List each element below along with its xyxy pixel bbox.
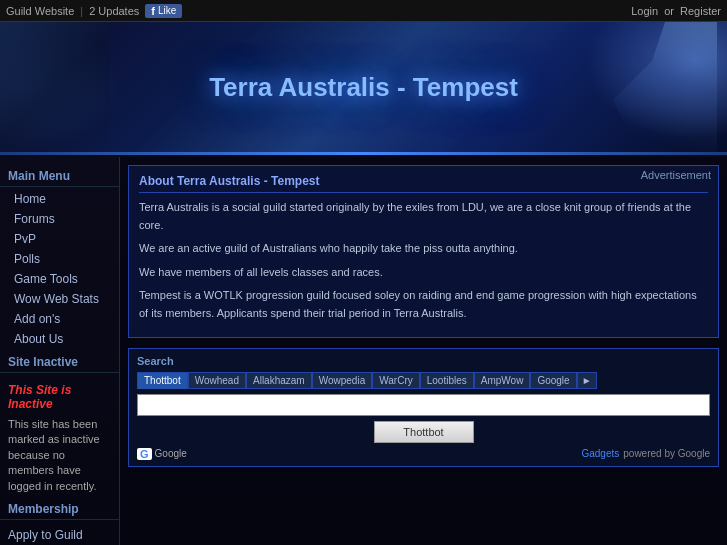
search-section: Search Thottbot Wowhead Allakhazam Wowpe… — [128, 348, 719, 467]
search-tabs-more[interactable]: ► — [577, 372, 597, 389]
guild-website-link[interactable]: Guild Website — [6, 5, 74, 17]
about-paragraph-2: We are an active guild of Australians wh… — [139, 240, 708, 258]
apply-to-guild-link[interactable]: Apply to Guild — [8, 526, 111, 544]
google-icon: G — [137, 448, 152, 460]
search-tab-ampwow[interactable]: AmpWow — [474, 372, 531, 389]
search-button-container: Thottbot — [137, 421, 710, 443]
search-tab-warcry[interactable]: WarCry — [372, 372, 420, 389]
search-footer: G Google Gadgets powered by Google — [137, 448, 710, 460]
top-bar-right: Login or Register — [631, 5, 721, 17]
sidebar-item-pvp[interactable]: PvP — [0, 229, 119, 249]
about-title: About Terra Australis - Tempest — [139, 174, 708, 193]
top-bar-left: Guild Website | 2 Updates f Like — [6, 4, 182, 18]
search-submit-button[interactable]: Thottbot — [374, 421, 474, 443]
header-banner: Terra Australis - Tempest — [0, 22, 727, 152]
search-tab-allakhazam[interactable]: Allakhazam — [246, 372, 312, 389]
gadgets-powered: Gadgets powered by Google — [581, 448, 710, 459]
sidebar-item-about-us[interactable]: About Us — [0, 329, 119, 349]
search-tab-google[interactable]: Google — [530, 372, 576, 389]
search-tabs: Thottbot Wowhead Allakhazam Wowpedia War… — [137, 372, 710, 389]
top-bar: Guild Website | 2 Updates f Like Login o… — [0, 0, 727, 22]
search-tab-lootibles[interactable]: Lootibles — [420, 372, 474, 389]
search-label: Search — [137, 355, 710, 367]
membership-section: Apply to Guild Currently Recruiting ✦ An… — [0, 522, 119, 545]
site-inactive-label: This Site is Inactive — [0, 375, 119, 415]
separator: | — [80, 5, 83, 17]
sidebar: Main Menu Home Forums PvP Polls Game Too… — [0, 157, 120, 545]
main-content: Advertisement About Terra Australis - Te… — [120, 157, 727, 545]
membership-section-label: Membership — [0, 496, 119, 520]
about-paragraph-3: We have members of all levels classes an… — [139, 264, 708, 282]
fb-icon: f — [151, 5, 155, 17]
site-title: Terra Australis - Tempest — [209, 72, 518, 103]
sidebar-item-forums[interactable]: Forums — [0, 209, 119, 229]
search-tab-wowpedia[interactable]: Wowpedia — [312, 372, 373, 389]
search-input-row — [137, 394, 710, 416]
content-wrapper: Advertisement About Terra Australis - Te… — [128, 165, 719, 467]
updates-link[interactable]: 2 Updates — [89, 5, 139, 17]
about-paragraph-1: Terra Australis is a social guild starte… — [139, 199, 708, 234]
main-wrapper: Main Menu Home Forums PvP Polls Game Too… — [0, 157, 727, 545]
site-inactive-description: This site has been marked as inactive be… — [0, 415, 119, 496]
header-character — [0, 22, 110, 152]
about-paragraph-4: Tempest is a WOTLK progression guild foc… — [139, 287, 708, 322]
powered-by-text: powered by Google — [623, 448, 710, 459]
main-menu-label: Main Menu — [0, 163, 119, 187]
site-inactive-section: Site Inactive — [0, 349, 119, 373]
sidebar-item-addons[interactable]: Add on's — [0, 309, 119, 329]
sidebar-item-polls[interactable]: Polls — [0, 249, 119, 269]
sidebar-item-game-tools[interactable]: Game Tools — [0, 269, 119, 289]
advertisement-label: Advertisement — [641, 169, 711, 181]
google-badge: G Google — [137, 448, 187, 460]
or-text: or — [664, 5, 674, 17]
top-divider — [0, 152, 727, 155]
login-link[interactable]: Login — [631, 5, 658, 17]
like-label: Like — [158, 5, 176, 16]
about-box: About Terra Australis - Tempest Terra Au… — [128, 165, 719, 338]
gadgets-link[interactable]: Gadgets — [581, 448, 619, 459]
sidebar-item-wow-web-stats[interactable]: Wow Web Stats — [0, 289, 119, 309]
register-link[interactable]: Register — [680, 5, 721, 17]
google-text: Google — [155, 448, 187, 459]
sidebar-item-home[interactable]: Home — [0, 189, 119, 209]
facebook-like-button[interactable]: f Like — [145, 4, 182, 18]
search-tab-thottbot[interactable]: Thottbot — [137, 372, 188, 389]
search-input[interactable] — [137, 394, 710, 416]
search-tab-wowhead[interactable]: Wowhead — [188, 372, 246, 389]
